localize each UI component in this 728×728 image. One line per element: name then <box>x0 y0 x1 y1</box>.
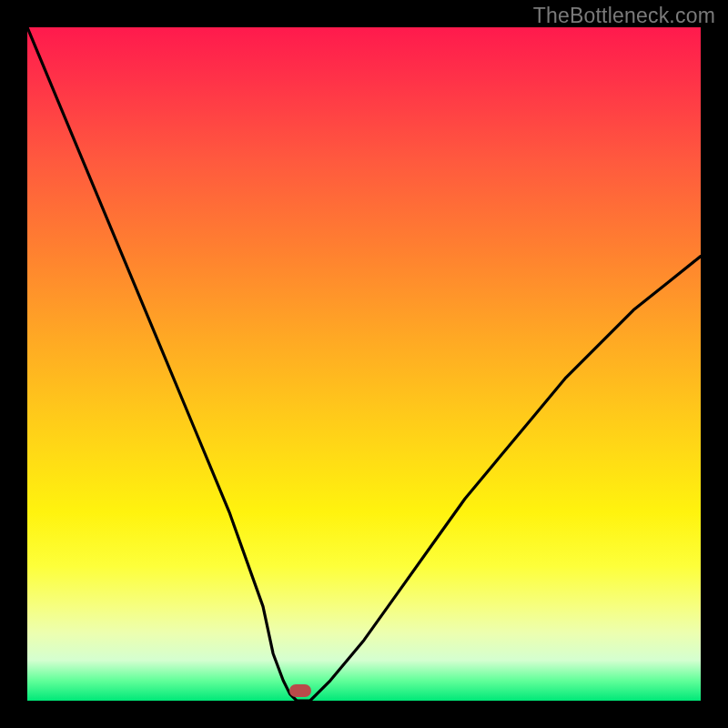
chart-frame: TheBottleneck.com <box>0 0 728 728</box>
optimal-point-marker <box>289 684 311 697</box>
plot-area <box>27 27 701 701</box>
bottleneck-curve-path <box>27 27 701 701</box>
curve-svg <box>27 27 701 701</box>
watermark-text: TheBottleneck.com <box>533 4 715 28</box>
